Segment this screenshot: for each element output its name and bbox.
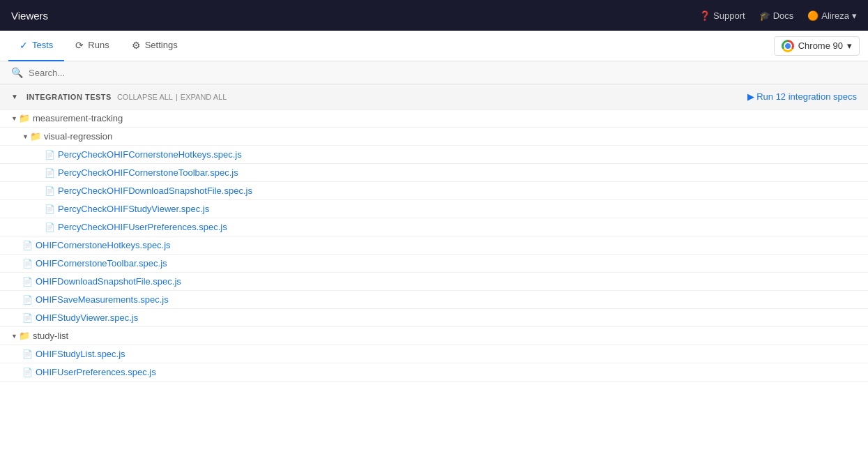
folder-icon: 📁 [19,113,30,123]
list-item[interactable]: 📄 OHIFCornerstoneToolbar.spec.js [0,255,868,273]
tab-tests[interactable]: ✓ Tests [8,31,64,61]
list-item[interactable]: 📄 PercyCheckOHIFDownloadSnapshotFile.spe… [0,182,868,200]
search-input[interactable] [29,68,857,78]
list-item[interactable]: 📄 PercyCheckOHIFCornerstoneHotkeys.spec.… [0,146,868,164]
section-toggle-icon[interactable]: ▼ [11,93,18,100]
list-item[interactable]: 📄 OHIFStudyList.spec.js [0,345,868,363]
list-item[interactable]: ▼ 📁 visual-regression [0,128,868,146]
file-icon: 📄 [45,222,55,232]
file-icon: 📄 [45,168,55,178]
folder-icon: 📁 [30,131,41,142]
section-actions: COLLAPSE ALL | EXPAND ALL [117,93,227,101]
tests-icon: ✓ [20,40,28,51]
list-item[interactable]: 📄 PercyCheckOHIFUserPreferences.spec.js [0,218,868,236]
tabs: ✓ Tests ⟳ Runs ⚙ Settings [8,31,189,61]
support-link[interactable]: ❓ Support [699,10,745,21]
section-header: ▼ INTEGRATION TESTS COLLAPSE ALL | EXPAN… [0,84,868,109]
top-nav: Viewers ❓ Support 🎓 Docs 🟠 Alireza ▾ [0,0,868,31]
file-icon: 📄 [22,295,33,305]
collapse-all-link[interactable]: COLLAPSE ALL [117,93,173,101]
folder-icon: 📁 [19,331,30,341]
tab-bar: ✓ Tests ⟳ Runs ⚙ Settings Chrome 90 ▾ [0,31,868,61]
divider: | [176,93,178,101]
list-item[interactable]: ▼ 📁 study-list [0,327,868,345]
list-item[interactable]: 📄 OHIFUserPreferences.spec.js [0,363,868,381]
nav-links: ❓ Support 🎓 Docs 🟠 Alireza ▾ [699,10,857,21]
file-icon: 📄 [22,277,33,287]
docs-icon: 🎓 [759,10,770,21]
file-icon: 📄 [22,241,33,250]
tab-settings[interactable]: ⚙ Settings [121,31,189,61]
docs-link[interactable]: 🎓 Docs [759,10,794,21]
user-menu[interactable]: 🟠 Alireza ▾ [807,10,857,21]
list-item[interactable]: 📄 OHIFStudyViewer.spec.js [0,309,868,327]
file-icon: 📄 [45,150,55,160]
browser-chevron-icon: ▾ [847,40,852,51]
list-item[interactable]: 📄 OHIFSaveMeasurements.spec.js [0,291,868,309]
app-title: Viewers [11,10,48,22]
file-icon: 📄 [22,349,33,359]
chevron-down-icon[interactable]: ▼ [22,133,29,140]
list-item[interactable]: 📄 PercyCheckOHIFCornerstoneToolbar.spec.… [0,164,868,182]
list-item[interactable]: ▼ 📁 measurement-tracking [0,109,868,128]
user-avatar-icon: 🟠 [807,10,818,21]
file-icon: 📄 [45,186,55,196]
list-item[interactable]: 📄 OHIFDownloadSnapshotFile.spec.js [0,273,868,291]
chevron-down-icon[interactable]: ▼ [11,115,17,122]
list-item[interactable]: 📄 PercyCheckOHIFStudyViewer.spec.js [0,200,868,218]
test-tree: ▼ 📁 measurement-tracking ▼ 📁 visual-regr… [0,109,868,381]
search-bar: 🔍 [0,61,868,84]
support-icon: ❓ [699,10,710,21]
file-icon: 📄 [45,204,55,214]
list-item[interactable]: 📄 OHIFCornerstoneHotkeys.spec.js [0,236,868,255]
user-chevron-icon: ▾ [852,10,857,21]
run-all-button[interactable]: ▶ Run 12 integration specs [747,91,857,102]
browser-selector[interactable]: Chrome 90 ▾ [774,36,860,56]
file-icon: 📄 [22,259,33,269]
section-header-left: ▼ INTEGRATION TESTS COLLAPSE ALL | EXPAN… [11,93,227,101]
file-icon: 📄 [22,313,33,323]
tab-runs[interactable]: ⟳ Runs [64,31,120,61]
expand-all-link[interactable]: EXPAND ALL [181,93,227,101]
runs-icon: ⟳ [75,40,84,51]
search-icon: 🔍 [11,67,23,78]
file-icon: 📄 [22,368,33,377]
chevron-down-icon[interactable]: ▼ [11,333,17,340]
chrome-icon [782,40,794,52]
settings-icon: ⚙ [132,40,141,51]
